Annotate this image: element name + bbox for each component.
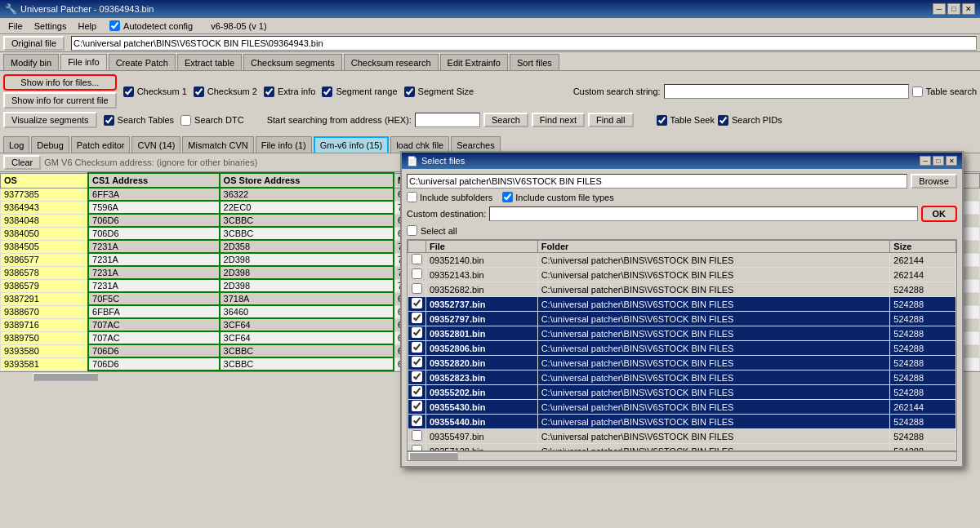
file-checkbox[interactable] xyxy=(412,342,422,353)
include-subfolders-checkbox[interactable] xyxy=(407,192,417,202)
file-checkbox[interactable] xyxy=(412,327,422,338)
segment-size-checkbox[interactable] xyxy=(404,87,415,97)
search-from-input[interactable] xyxy=(415,113,480,127)
modal-file-row[interactable]: 09352682.binC:\universal patcher\BINS\V6… xyxy=(408,282,956,297)
search-dtc-checkbox[interactable] xyxy=(180,115,191,126)
btab-searches[interactable]: Searches xyxy=(451,136,500,153)
file-checkbox[interactable] xyxy=(412,254,422,264)
original-file-button[interactable]: Original file xyxy=(3,36,65,51)
menu-file[interactable]: File xyxy=(3,20,28,32)
minimize-button[interactable]: ─ xyxy=(933,3,946,15)
modal-file-row[interactable]: 09355202.binC:\universal patcher\BINS\V6… xyxy=(408,385,956,400)
custom-search-input[interactable] xyxy=(664,84,909,99)
table-search-checkbox[interactable] xyxy=(912,87,923,97)
show-info-current-button[interactable]: Show info for current file xyxy=(3,92,117,109)
modal-file-row[interactable]: 09352801.binC:\universal patcher\BINS\V6… xyxy=(408,326,956,341)
modal-path-input[interactable] xyxy=(407,174,907,189)
close-button[interactable]: ✕ xyxy=(962,3,975,15)
tab-checksum-research[interactable]: Checksum research xyxy=(344,54,439,70)
tab-checksum-segments[interactable]: Checksum segments xyxy=(243,54,342,70)
extra-info-checkbox[interactable] xyxy=(264,87,274,97)
table-cell: 9384050 xyxy=(1,227,89,240)
modal-scrollbar-thumb[interactable] xyxy=(409,452,458,460)
modal-horizontal-scrollbar[interactable] xyxy=(407,451,957,461)
file-checkbox[interactable] xyxy=(412,430,422,441)
modal-maximize-button[interactable]: □ xyxy=(933,156,944,166)
table-cell: 706D6 xyxy=(88,227,220,240)
clear-button[interactable]: Clear xyxy=(3,155,41,170)
btab-gm-v6-info[interactable]: Gm-v6 info (15) xyxy=(314,136,389,153)
fileinfo-row2: Visualize segments Search Tables Search … xyxy=(3,112,977,128)
modal-minimize-button[interactable]: ─ xyxy=(920,156,931,166)
file-checkbox[interactable] xyxy=(412,445,422,451)
modal-file-table-scroll[interactable]: File Folder Size 09352140.binC:\universa… xyxy=(407,239,957,451)
tab-file-info[interactable]: File info xyxy=(60,54,107,70)
modal-file-row[interactable]: 09352737.binC:\universal patcher\BINS\V6… xyxy=(408,297,956,312)
file-path-input[interactable] xyxy=(71,36,977,51)
file-checkbox[interactable] xyxy=(412,371,422,382)
select-files-modal[interactable]: 📄 Select files ─ □ ✕ Browse Include s xyxy=(400,151,964,468)
menu-help[interactable]: Help xyxy=(73,20,101,32)
browse-button[interactable]: Browse xyxy=(911,174,957,189)
modal-file-row[interactable]: 09357128.binC:\universal patcher\BINS\V6… xyxy=(408,444,956,452)
file-checkbox[interactable] xyxy=(412,298,422,308)
file-checkbox[interactable] xyxy=(412,357,422,367)
autodetect-checkbox[interactable] xyxy=(109,20,120,31)
find-all-button[interactable]: Find all xyxy=(588,113,633,127)
modal-file-row[interactable]: 09352140.binC:\universal patcher\BINS\V6… xyxy=(408,253,956,268)
search-pids-checkbox[interactable] xyxy=(718,115,728,126)
custom-dest-input[interactable] xyxy=(489,206,917,221)
table-cell: 7231A xyxy=(88,253,220,266)
table-cell: 706D6 xyxy=(88,357,220,370)
search-button[interactable]: Search xyxy=(483,113,528,127)
tab-create-patch[interactable]: Create Patch xyxy=(109,54,176,70)
segment-range-group: Segment range xyxy=(322,87,397,97)
file-checkbox[interactable] xyxy=(412,268,422,279)
segment-range-checkbox[interactable] xyxy=(322,87,332,97)
modal-file-row[interactable]: 09355440.binC:\universal patcher\BINS\V6… xyxy=(408,415,956,429)
modal-file-row[interactable]: 09355430.binC:\universal patcher\BINS\V6… xyxy=(408,400,956,415)
modal-close-button[interactable]: ✕ xyxy=(946,156,957,166)
file-checkbox[interactable] xyxy=(412,415,422,426)
btab-load-chk[interactable]: load chk file xyxy=(390,136,449,153)
search-tables-checkbox[interactable] xyxy=(104,115,114,126)
modal-file-row[interactable]: 09352143.binC:\universal patcher\BINS\V6… xyxy=(408,268,956,282)
btab-patch-editor[interactable]: Patch editor xyxy=(71,136,131,153)
modal-file-row[interactable]: 09352797.binC:\universal patcher\BINS\V6… xyxy=(408,312,956,326)
checksum2-checkbox[interactable] xyxy=(194,87,204,97)
file-checkbox[interactable] xyxy=(412,313,422,323)
modal-file-row[interactable]: 09352806.binC:\universal patcher\BINS\V6… xyxy=(408,341,956,356)
modal-file-row[interactable]: 09352820.binC:\universal patcher\BINS\V6… xyxy=(408,356,956,370)
table-cell: 6FBFA xyxy=(88,305,220,318)
file-checkbox[interactable] xyxy=(412,283,422,294)
btab-mismatch-cvn[interactable]: Mismatch CVN xyxy=(182,136,253,153)
maximize-button[interactable]: □ xyxy=(947,3,960,15)
checksum1-checkbox[interactable] xyxy=(123,87,134,97)
file-checkbox-cell xyxy=(408,326,426,341)
table-cell: 2D398 xyxy=(220,279,394,292)
tab-modify-bin[interactable]: Modify bin xyxy=(3,54,59,70)
btab-cvn[interactable]: CVN (14) xyxy=(131,136,180,153)
show-info-files-button[interactable]: Show info for files... xyxy=(3,74,117,91)
ok-button[interactable]: OK xyxy=(921,206,958,222)
visualize-segments-button[interactable]: Visualize segments xyxy=(3,112,97,128)
menu-settings[interactable]: Settings xyxy=(29,20,72,32)
file-size-cell: 524288 xyxy=(890,326,956,341)
tab-edit-extrainfo[interactable]: Edit Extrainfo xyxy=(440,54,508,70)
btab-log[interactable]: Log xyxy=(3,136,29,153)
file-checkbox[interactable] xyxy=(412,386,422,397)
scrollbar-thumb[interactable] xyxy=(33,373,98,381)
btab-file-info[interactable]: File info (1) xyxy=(256,136,312,153)
select-all-checkbox[interactable] xyxy=(407,225,417,236)
include-custom-checkbox[interactable] xyxy=(502,192,513,202)
modal-file-row[interactable]: 09355497.binC:\universal patcher\BINS\V6… xyxy=(408,429,956,444)
autodetect-config: Autodetect config xyxy=(109,20,193,31)
tab-extract-table[interactable]: Extract table xyxy=(177,54,242,70)
file-checkbox[interactable] xyxy=(412,401,422,411)
tab-sort-files[interactable]: Sort files xyxy=(510,54,559,70)
find-next-button[interactable]: Find next xyxy=(532,113,585,127)
modal-file-row[interactable]: 09352823.binC:\universal patcher\BINS\V6… xyxy=(408,370,956,385)
btab-debug[interactable]: Debug xyxy=(31,136,69,153)
table-seek-checkbox[interactable] xyxy=(657,115,667,126)
file-name-cell: 09357128.bin xyxy=(426,444,538,452)
